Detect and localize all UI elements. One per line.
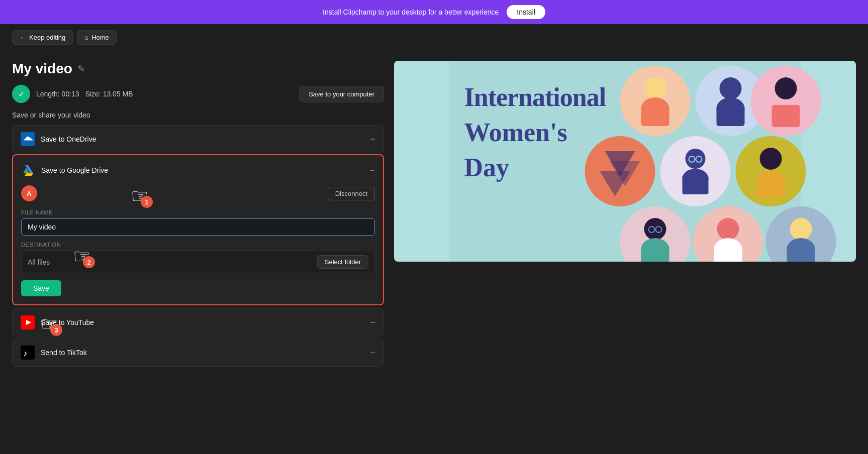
- svg-rect-52: [787, 246, 815, 262]
- file-name-label: FILE NAME: [21, 209, 375, 215]
- svg-rect-48: [714, 246, 742, 262]
- onedrive-option-left: Save to OneDrive: [21, 132, 97, 146]
- destination-row: All files Select folder: [21, 251, 375, 273]
- edit-title-icon[interactable]: ✎: [77, 63, 85, 74]
- svg-rect-37: [757, 177, 785, 197]
- length-text: Length: 00:13: [36, 90, 79, 98]
- page-title-row: My video ✎: [12, 61, 384, 77]
- gdrive-option-expanded: Save to Google Drive − A Disconnect FILE…: [12, 154, 384, 305]
- page-title: My video: [12, 61, 72, 77]
- tiktok-option-left: ♪ Send to TikTok: [21, 346, 87, 360]
- install-banner: Install Clipchamp to your desktop for a …: [0, 0, 868, 24]
- onedrive-icon: [21, 132, 35, 146]
- svg-point-39: [644, 218, 666, 240]
- gdrive-header-left: Save to Google Drive: [21, 163, 108, 177]
- size-text: Size: 13.05 MB: [85, 90, 133, 98]
- select-folder-button[interactable]: Select folder: [317, 255, 368, 269]
- svg-point-21: [775, 77, 797, 99]
- destination-label: DESTINATION: [21, 242, 375, 248]
- right-panel: International Women's Day: [394, 51, 856, 367]
- gdrive-collapse-icon[interactable]: −: [369, 165, 375, 176]
- svg-text:Day: Day: [464, 153, 510, 182]
- file-name-input[interactable]: [21, 218, 375, 236]
- svg-marker-3: [25, 173, 33, 176]
- svg-point-46: [717, 218, 739, 240]
- home-icon: ⌂: [84, 34, 88, 41]
- disconnect-button[interactable]: Disconnect: [328, 187, 375, 200]
- gdrive-icon: [21, 163, 35, 177]
- svg-rect-15: [641, 106, 669, 126]
- home-button[interactable]: ⌂ Home: [77, 30, 117, 45]
- stats-row: ✓ Length: 00:13 Size: 13.05 MB Save to y…: [12, 85, 384, 103]
- save-share-label: Save or share your video: [12, 111, 384, 119]
- preview-illustration: International Women's Day: [394, 61, 856, 262]
- gdrive-save-button[interactable]: Save: [21, 280, 61, 296]
- youtube-expand-icon: −: [370, 317, 375, 328]
- onedrive-label: Save to OneDrive: [41, 135, 97, 143]
- svg-point-35: [760, 148, 782, 170]
- svg-text:Women's: Women's: [464, 118, 567, 147]
- main-content: My video ✎ ✓ Length: 00:13 Size: 13.05 M…: [0, 51, 868, 367]
- tiktok-label: Send to TikTok: [41, 349, 87, 357]
- keep-editing-button[interactable]: ← Keep editing: [12, 30, 73, 45]
- svg-text:International: International: [464, 83, 606, 111]
- onedrive-collapse-icon: −: [370, 134, 375, 145]
- save-to-computer-button[interactable]: Save to your computer: [299, 86, 384, 102]
- svg-point-50: [790, 218, 812, 240]
- tiktok-option[interactable]: ♪ Send to TikTok −: [12, 338, 384, 367]
- destination-value: All files: [28, 258, 50, 266]
- svg-point-28: [686, 149, 706, 169]
- tiktok-expand-icon: −: [370, 348, 375, 358]
- svg-rect-19: [717, 106, 745, 126]
- svg-text:♪: ♪: [23, 349, 27, 358]
- left-panel: My video ✎ ✓ Length: 00:13 Size: 13.05 M…: [12, 51, 394, 367]
- gdrive-label: Save to Google Drive: [41, 166, 108, 174]
- install-button[interactable]: Install: [507, 5, 545, 19]
- svg-rect-41: [641, 246, 669, 262]
- save-options-list: Save to OneDrive −: [12, 125, 384, 367]
- video-preview: International Women's Day: [394, 61, 856, 262]
- banner-text: Install Clipchamp to your desktop for a …: [323, 8, 499, 16]
- nav-bar: ← Keep editing ⌂ Home: [0, 24, 868, 51]
- onedrive-option[interactable]: Save to OneDrive −: [12, 125, 384, 153]
- youtube-option-left: Save to YouTube: [21, 315, 94, 329]
- user-avatar: A: [21, 185, 37, 201]
- svg-rect-30: [683, 175, 709, 194]
- svg-point-17: [720, 77, 742, 99]
- youtube-label: Save to YouTube: [41, 318, 94, 326]
- tiktok-icon: ♪: [21, 346, 35, 360]
- svg-rect-22: [772, 105, 800, 127]
- youtube-option[interactable]: Save to YouTube −: [12, 308, 384, 336]
- stats-left: ✓ Length: 00:13 Size: 13.05 MB: [12, 85, 133, 103]
- svg-point-13: [644, 77, 666, 99]
- youtube-icon: [21, 315, 35, 329]
- gdrive-user-row: A Disconnect: [21, 185, 375, 201]
- check-circle-icon: ✓: [12, 85, 30, 103]
- back-arrow-icon: ←: [20, 34, 26, 41]
- gdrive-header: Save to Google Drive −: [21, 163, 375, 177]
